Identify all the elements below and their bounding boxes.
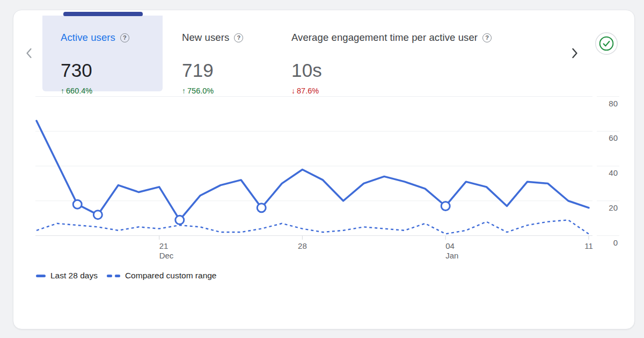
x-axis-label: 11 — [584, 241, 593, 250]
metric-title-row: Active users ? — [61, 32, 129, 44]
point-marker — [257, 204, 266, 212]
y-axis-label: 80 — [609, 99, 618, 108]
help-icon[interactable]: ? — [120, 33, 129, 42]
data-quality-status-button[interactable] — [595, 32, 618, 55]
y-axis-label: 0 — [613, 238, 618, 247]
check-circle-icon — [595, 32, 618, 55]
x-axis-sublabel: Jan — [445, 251, 458, 260]
chart-legend: Last 28 days Compared custom range — [36, 271, 217, 281]
point-marker — [175, 215, 184, 224]
tab-avg-engagement-time[interactable]: Average engagement time per active user … — [291, 16, 538, 91]
delta-value: 87.6% — [297, 87, 319, 95]
help-icon[interactable]: ? — [482, 33, 492, 42]
delta-value: 756.0% — [187, 87, 214, 95]
delta-arrow-icon: ↓ — [291, 87, 295, 95]
metric-title-row: New users ? — [182, 32, 243, 44]
metric-delta: ↑ 660.4% — [61, 87, 92, 95]
x-axis-label: 04 — [445, 241, 455, 250]
scroll-tabs-right-button[interactable] — [566, 45, 583, 62]
active-tab-indicator — [63, 12, 143, 16]
metric-value: 730 — [61, 60, 92, 81]
legend-label: Compared custom range — [125, 271, 217, 281]
chevron-right-icon — [571, 47, 579, 59]
tab-active-users[interactable]: Active users ? 730 ↑ 660.4% — [42, 16, 163, 91]
point-marker — [93, 211, 102, 219]
y-axis-label: 40 — [609, 168, 618, 177]
delta-arrow-icon: ↑ — [182, 87, 186, 95]
comparison-line — [36, 220, 589, 234]
scroll-tabs-left-button[interactable] — [20, 45, 38, 62]
metrics-card: Active users ? 730 ↑ 660.4% New users ? … — [13, 10, 635, 329]
metric-delta: ↑ 756.0% — [182, 87, 214, 95]
point-marker — [441, 202, 450, 210]
x-axis-label: 21 — [159, 241, 169, 250]
y-axis-label: 60 — [609, 133, 618, 142]
tab-new-users[interactable]: New users ? 719 ↑ 756.0% — [182, 16, 279, 91]
chevron-left-icon — [25, 47, 33, 59]
primary-line — [36, 121, 589, 220]
point-marker — [73, 200, 82, 208]
x-axis-sublabel: Dec — [159, 251, 174, 260]
delta-value: 660.4% — [66, 87, 92, 95]
x-axis-label: 28 — [298, 241, 307, 250]
dashed-line-swatch-icon — [107, 275, 120, 277]
delta-arrow-icon: ↑ — [61, 87, 64, 95]
metric-label: New users — [182, 32, 229, 44]
metric-value: 719 — [182, 60, 214, 81]
legend-item-compared-range: Compared custom range — [107, 271, 217, 281]
metric-label: Active users — [61, 32, 115, 44]
metric-value: 10s — [291, 60, 322, 81]
solid-line-swatch-icon — [36, 275, 46, 277]
y-axis-label: 20 — [609, 203, 618, 212]
metric-label: Average engagement time per active user — [291, 32, 478, 44]
metric-delta: ↓ 87.6% — [291, 87, 319, 95]
metric-title-row: Average engagement time per active user … — [291, 32, 492, 44]
help-icon[interactable]: ? — [234, 33, 243, 42]
legend-label: Last 28 days — [50, 271, 98, 281]
legend-item-last-28-days: Last 28 days — [36, 271, 98, 281]
